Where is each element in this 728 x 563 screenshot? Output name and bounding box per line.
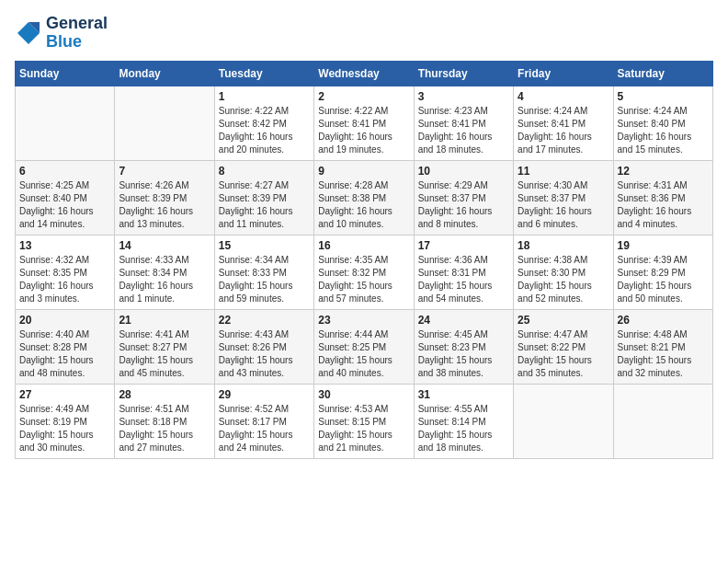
day-number: 11 xyxy=(518,165,609,178)
day-number: 6 xyxy=(19,165,110,178)
day-detail: Sunrise: 4:29 AM Sunset: 8:37 PM Dayligh… xyxy=(418,179,509,231)
calendar-cell: 19Sunrise: 4:39 AM Sunset: 8:29 PM Dayli… xyxy=(613,235,712,309)
calendar-cell: 31Sunrise: 4:55 AM Sunset: 8:14 PM Dayli… xyxy=(414,384,513,458)
day-number: 18 xyxy=(518,239,609,252)
calendar-cell: 1Sunrise: 4:22 AM Sunset: 8:42 PM Daylig… xyxy=(214,86,313,160)
day-number: 31 xyxy=(418,388,509,401)
calendar-cell: 20Sunrise: 4:40 AM Sunset: 8:28 PM Dayli… xyxy=(16,309,115,384)
day-number: 24 xyxy=(418,314,509,327)
calendar-cell: 15Sunrise: 4:34 AM Sunset: 8:33 PM Dayli… xyxy=(214,235,313,309)
day-detail: Sunrise: 4:41 AM Sunset: 8:27 PM Dayligh… xyxy=(119,328,210,380)
day-number: 10 xyxy=(418,165,509,178)
day-number: 26 xyxy=(618,314,709,327)
logo-icon xyxy=(15,19,42,47)
calendar-cell: 4Sunrise: 4:24 AM Sunset: 8:41 PM Daylig… xyxy=(514,86,613,160)
day-detail: Sunrise: 4:32 AM Sunset: 8:35 PM Dayligh… xyxy=(19,254,110,305)
calendar-cell xyxy=(16,86,115,160)
day-number: 17 xyxy=(418,239,509,252)
day-number: 13 xyxy=(19,239,110,252)
day-number: 1 xyxy=(219,90,310,103)
calendar-table: SundayMondayTuesdayWednesdayThursdayFrid… xyxy=(15,61,713,459)
day-detail: Sunrise: 4:34 AM Sunset: 8:33 PM Dayligh… xyxy=(219,254,310,305)
day-detail: Sunrise: 4:26 AM Sunset: 8:39 PM Dayligh… xyxy=(119,179,210,231)
calendar-cell: 7Sunrise: 4:26 AM Sunset: 8:39 PM Daylig… xyxy=(115,160,214,235)
calendar-week-1: 1Sunrise: 4:22 AM Sunset: 8:42 PM Daylig… xyxy=(16,86,713,160)
day-number: 23 xyxy=(318,314,409,327)
calendar-cell: 8Sunrise: 4:27 AM Sunset: 8:39 PM Daylig… xyxy=(214,160,313,235)
calendar-cell: 30Sunrise: 4:53 AM Sunset: 8:15 PM Dayli… xyxy=(314,384,414,458)
calendar-cell: 11Sunrise: 4:30 AM Sunset: 8:37 PM Dayli… xyxy=(514,160,613,235)
day-detail: Sunrise: 4:36 AM Sunset: 8:31 PM Dayligh… xyxy=(418,254,509,305)
calendar-cell: 6Sunrise: 4:25 AM Sunset: 8:40 PM Daylig… xyxy=(16,160,115,235)
day-number: 25 xyxy=(518,314,609,327)
day-detail: Sunrise: 4:33 AM Sunset: 8:34 PM Dayligh… xyxy=(119,254,210,305)
calendar-week-4: 20Sunrise: 4:40 AM Sunset: 8:28 PM Dayli… xyxy=(16,309,713,384)
day-number: 2 xyxy=(318,90,409,103)
weekday-header-sunday: Sunday xyxy=(16,61,115,86)
day-detail: Sunrise: 4:35 AM Sunset: 8:32 PM Dayligh… xyxy=(318,254,409,305)
day-detail: Sunrise: 4:31 AM Sunset: 8:36 PM Dayligh… xyxy=(618,179,709,231)
calendar-cell: 9Sunrise: 4:28 AM Sunset: 8:38 PM Daylig… xyxy=(314,160,414,235)
weekday-header-monday: Monday xyxy=(115,61,214,86)
calendar-body: 1Sunrise: 4:22 AM Sunset: 8:42 PM Daylig… xyxy=(16,86,713,458)
day-detail: Sunrise: 4:22 AM Sunset: 8:41 PM Dayligh… xyxy=(318,105,409,156)
day-number: 15 xyxy=(219,239,310,252)
day-detail: Sunrise: 4:52 AM Sunset: 8:17 PM Dayligh… xyxy=(219,403,310,454)
calendar-cell xyxy=(514,384,613,458)
day-number: 21 xyxy=(119,314,210,327)
day-detail: Sunrise: 4:44 AM Sunset: 8:25 PM Dayligh… xyxy=(318,328,409,380)
day-detail: Sunrise: 4:22 AM Sunset: 8:42 PM Dayligh… xyxy=(219,105,310,156)
calendar-cell: 22Sunrise: 4:43 AM Sunset: 8:26 PM Dayli… xyxy=(214,309,313,384)
calendar-week-3: 13Sunrise: 4:32 AM Sunset: 8:35 PM Dayli… xyxy=(16,235,713,309)
day-detail: Sunrise: 4:40 AM Sunset: 8:28 PM Dayligh… xyxy=(19,328,110,380)
day-detail: Sunrise: 4:43 AM Sunset: 8:26 PM Dayligh… xyxy=(219,328,310,380)
day-detail: Sunrise: 4:53 AM Sunset: 8:15 PM Dayligh… xyxy=(318,403,409,454)
day-number: 7 xyxy=(119,165,210,178)
day-detail: Sunrise: 4:24 AM Sunset: 8:40 PM Dayligh… xyxy=(618,105,709,156)
calendar-cell: 3Sunrise: 4:23 AM Sunset: 8:41 PM Daylig… xyxy=(414,86,513,160)
day-detail: Sunrise: 4:47 AM Sunset: 8:22 PM Dayligh… xyxy=(518,328,609,380)
day-number: 28 xyxy=(119,388,210,401)
day-number: 22 xyxy=(219,314,310,327)
calendar-cell: 28Sunrise: 4:51 AM Sunset: 8:18 PM Dayli… xyxy=(115,384,214,458)
calendar-week-5: 27Sunrise: 4:49 AM Sunset: 8:19 PM Dayli… xyxy=(16,384,713,458)
day-detail: Sunrise: 4:38 AM Sunset: 8:30 PM Dayligh… xyxy=(518,254,609,305)
calendar-cell: 21Sunrise: 4:41 AM Sunset: 8:27 PM Dayli… xyxy=(115,309,214,384)
day-number: 14 xyxy=(119,239,210,252)
calendar-header: SundayMondayTuesdayWednesdayThursdayFrid… xyxy=(16,61,713,86)
calendar-week-2: 6Sunrise: 4:25 AM Sunset: 8:40 PM Daylig… xyxy=(16,160,713,235)
calendar-cell: 25Sunrise: 4:47 AM Sunset: 8:22 PM Dayli… xyxy=(514,309,613,384)
day-number: 19 xyxy=(618,239,709,252)
calendar-cell: 10Sunrise: 4:29 AM Sunset: 8:37 PM Dayli… xyxy=(414,160,513,235)
day-number: 4 xyxy=(518,90,609,103)
logo-text: General Blue xyxy=(46,15,108,52)
calendar-cell: 5Sunrise: 4:24 AM Sunset: 8:40 PM Daylig… xyxy=(613,86,712,160)
weekday-header-thursday: Thursday xyxy=(414,61,513,86)
calendar-cell: 27Sunrise: 4:49 AM Sunset: 8:19 PM Dayli… xyxy=(16,384,115,458)
calendar-cell xyxy=(115,86,214,160)
calendar-cell: 17Sunrise: 4:36 AM Sunset: 8:31 PM Dayli… xyxy=(414,235,513,309)
day-number: 16 xyxy=(318,239,409,252)
weekday-header-wednesday: Wednesday xyxy=(314,61,414,86)
calendar-cell: 29Sunrise: 4:52 AM Sunset: 8:17 PM Dayli… xyxy=(214,384,313,458)
weekday-header-tuesday: Tuesday xyxy=(214,61,313,86)
weekday-row: SundayMondayTuesdayWednesdayThursdayFrid… xyxy=(16,61,713,86)
day-number: 9 xyxy=(318,165,409,178)
weekday-header-friday: Friday xyxy=(514,61,613,86)
calendar-cell: 23Sunrise: 4:44 AM Sunset: 8:25 PM Dayli… xyxy=(314,309,414,384)
calendar-cell: 13Sunrise: 4:32 AM Sunset: 8:35 PM Dayli… xyxy=(16,235,115,309)
calendar-cell xyxy=(613,384,712,458)
calendar-cell: 12Sunrise: 4:31 AM Sunset: 8:36 PM Dayli… xyxy=(613,160,712,235)
logo: General Blue xyxy=(15,15,108,52)
day-detail: Sunrise: 4:49 AM Sunset: 8:19 PM Dayligh… xyxy=(19,403,110,454)
day-detail: Sunrise: 4:25 AM Sunset: 8:40 PM Dayligh… xyxy=(19,179,110,231)
day-number: 3 xyxy=(418,90,509,103)
calendar-cell: 2Sunrise: 4:22 AM Sunset: 8:41 PM Daylig… xyxy=(314,86,414,160)
day-number: 20 xyxy=(19,314,110,327)
day-detail: Sunrise: 4:24 AM Sunset: 8:41 PM Dayligh… xyxy=(518,105,609,156)
day-number: 12 xyxy=(618,165,709,178)
day-detail: Sunrise: 4:30 AM Sunset: 8:37 PM Dayligh… xyxy=(518,179,609,231)
day-number: 29 xyxy=(219,388,310,401)
day-detail: Sunrise: 4:27 AM Sunset: 8:39 PM Dayligh… xyxy=(219,179,310,231)
day-detail: Sunrise: 4:48 AM Sunset: 8:21 PM Dayligh… xyxy=(618,328,709,380)
